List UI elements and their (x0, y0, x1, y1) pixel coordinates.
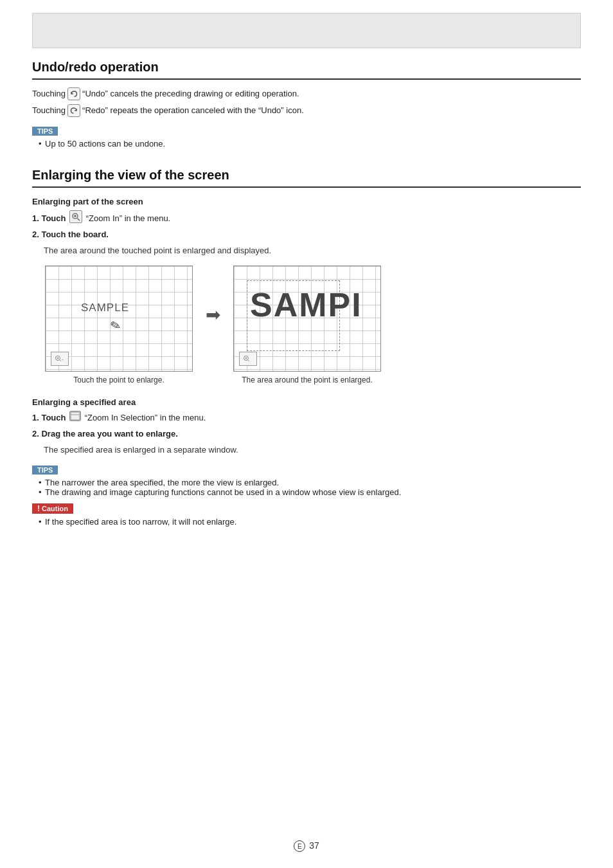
diagram-left-box: SAMPLE ✏ + (45, 266, 193, 372)
step3-suffix: “Zoom In Selection” in the menu. (85, 413, 206, 422)
arrow-icon: ➡ (206, 304, 220, 325)
enlarge-tips-box: TIPS The narrower the area specified, th… (32, 465, 581, 497)
step1-label: 1. Touch (32, 213, 66, 223)
step2: 2. Touch the board. (32, 228, 581, 242)
redo-icon (67, 104, 80, 117)
circle-e-icon: E (294, 840, 305, 852)
top-gray-bar (32, 13, 581, 48)
sub1-title: Enlarging part of the screen (32, 197, 581, 206)
enlarging-title: Enlarging the view of the screen (32, 168, 581, 188)
svg-line-5 (60, 360, 62, 362)
enlarging-section: Enlarging the view of the screen Enlargi… (32, 168, 581, 527)
step2-label: 2. Touch the board. (32, 230, 109, 239)
undo-redo-section: Undo/redo operation Touching “Undo” canc… (32, 60, 581, 149)
undo-tips-label: TIPS (32, 127, 58, 136)
undo-tips-content: Up to 50 actions can be undone. (32, 139, 581, 149)
redo-line: Touching “Redo” repeats the operation ca… (32, 104, 581, 117)
page: Undo/redo operation Touching “Undo” canc… (0, 0, 613, 868)
undo-tip-item1: Up to 50 actions can be undone. (39, 139, 581, 149)
caution-item1: If the specified area is too narrow, it … (39, 517, 581, 527)
caution-label: ! Caution (32, 503, 73, 514)
caution-box: ! Caution If the specified area is too n… (32, 503, 581, 527)
diagram-left-container: SAMPLE ✏ + Touch the point to (45, 266, 193, 384)
caution-content: If the specified area is too narrow, it … (32, 517, 581, 527)
diagram-right-box: SAMPI (233, 266, 381, 372)
caution-exclamation-icon: ! (37, 504, 40, 513)
step1-suffix: “Zoom In” in the menu. (86, 213, 171, 223)
sub2-title: Enlarging a specified area (32, 397, 581, 407)
zoom-corner-left: + (51, 352, 69, 366)
step4-label: 2. Drag the area you want to enlarge. (32, 429, 178, 439)
diagram-right-container: SAMPI The area around the point is enlar… (233, 266, 381, 384)
caution-label-text: Caution (42, 505, 68, 512)
page-number: 37 (309, 840, 319, 851)
svg-line-10 (248, 360, 250, 362)
enlarge-tip-item2: The drawing and image capturing function… (39, 487, 581, 497)
enlarge-tips-content: The narrower the area specified, the mor… (32, 478, 581, 497)
diagrams-row: SAMPLE ✏ + Touch the point to (45, 266, 581, 384)
sample-text: SAMPLE (81, 302, 129, 314)
undo-icon (67, 87, 80, 100)
zoom-in-icon (69, 210, 82, 223)
redo-prefix: Touching (32, 104, 66, 117)
sampl-large-text: SAMPI (250, 285, 362, 324)
svg-rect-13 (71, 412, 80, 420)
svg-text:+: + (62, 357, 64, 361)
step4: 2. Drag the area you want to enlarge. (32, 428, 581, 441)
step2-desc: The area around the touched point is enl… (32, 244, 581, 257)
undo-tips-box: TIPS Up to 50 actions can be undone. (32, 126, 581, 149)
enlarge-tips-label: TIPS (32, 466, 58, 475)
svg-line-1 (78, 219, 80, 221)
undo-prefix: Touching (32, 87, 66, 100)
step1: 1. Touch “Zoom In” in the menu. (32, 210, 581, 226)
undo-text: “Undo” cancels the preceding drawing or … (82, 87, 299, 100)
step4-desc: The specified area is enlarged in a sepa… (32, 444, 581, 457)
zoom-selection-icon (69, 411, 81, 421)
diagram-right-caption: The area around the point is enlarged. (242, 375, 372, 384)
arrow-container: ➡ (206, 266, 220, 325)
step3-label: 1. Touch (32, 413, 66, 422)
enlarge-tip-item1: The narrower the area specified, the mor… (39, 478, 581, 487)
page-footer: E 37 (0, 840, 613, 853)
redo-text: “Redo” repeats the operation canceled wi… (82, 104, 304, 117)
undo-redo-title: Undo/redo operation (32, 60, 581, 80)
zoom-corner-right (239, 352, 257, 366)
diagram-left-caption: Touch the point to enlarge. (73, 375, 164, 384)
step3: 1. Touch “Zoom In Selection” in the menu… (32, 411, 581, 425)
undo-line: Touching “Undo” cancels the preceding dr… (32, 87, 581, 100)
